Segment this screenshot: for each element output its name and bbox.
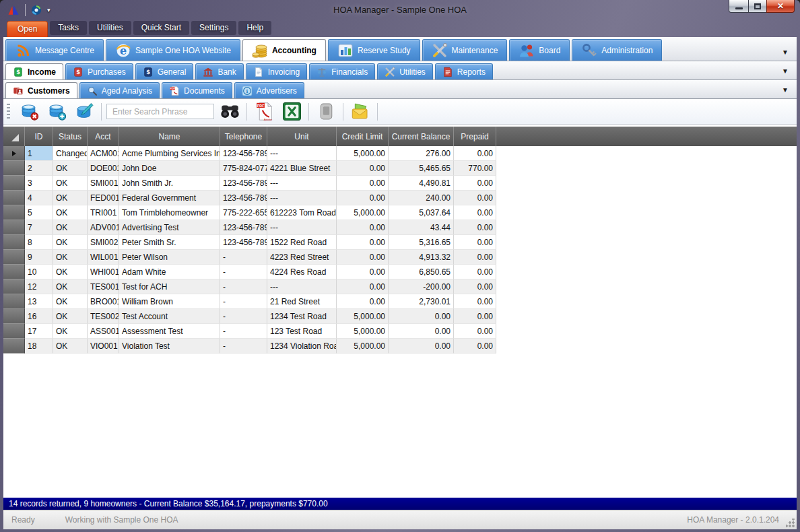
- tab-message-centre[interactable]: Message Centre: [5, 39, 104, 61]
- cell-unit[interactable]: 123 Test Road: [267, 324, 337, 339]
- tab-administration[interactable]: Administration: [572, 39, 662, 61]
- cell-id[interactable]: 5: [25, 205, 53, 220]
- cell-id[interactable]: 9: [25, 250, 53, 265]
- maximize-button[interactable]: [748, 0, 767, 13]
- row-selector[interactable]: [3, 250, 25, 265]
- cell-telephone[interactable]: -: [220, 250, 267, 265]
- tab-sample-one-hoa-website[interactable]: eSample One HOA Website: [106, 39, 240, 61]
- cell-status[interactable]: Changed: [53, 146, 88, 161]
- cell-id[interactable]: 13: [25, 294, 53, 309]
- cell-current-balance[interactable]: 2,730.01: [389, 294, 454, 309]
- cell-acct[interactable]: ACM001: [88, 146, 119, 161]
- cell-current-balance[interactable]: 0.00: [389, 339, 454, 354]
- tab-reports[interactable]: Reports: [435, 63, 493, 79]
- column-header-current-balance[interactable]: Current Balance: [389, 127, 454, 146]
- cell-acct[interactable]: DOE001: [88, 161, 119, 176]
- cell-id[interactable]: 4: [25, 191, 53, 205]
- add-record-button[interactable]: [44, 101, 69, 123]
- cell-acct[interactable]: ADV001: [88, 220, 119, 235]
- cell-acct[interactable]: VIO001: [88, 339, 119, 354]
- row-selector[interactable]: [3, 176, 25, 191]
- cell-acct[interactable]: SMI001: [88, 176, 119, 191]
- cell-current-balance[interactable]: 5,465.65: [389, 161, 454, 176]
- cell-telephone[interactable]: -: [220, 309, 267, 324]
- cell-id[interactable]: 12: [25, 279, 53, 294]
- cell-prepaid[interactable]: 0.00: [454, 294, 496, 309]
- cell-status[interactable]: OK: [53, 265, 88, 279]
- cell-current-balance[interactable]: 276.00: [389, 146, 454, 161]
- cell-telephone[interactable]: 775-222-6555: [220, 205, 267, 220]
- row-selector[interactable]: [3, 220, 25, 235]
- row-selector[interactable]: [3, 324, 25, 339]
- cell-id[interactable]: 2: [25, 161, 53, 176]
- cell-current-balance[interactable]: 0.00: [389, 324, 454, 339]
- cell-acct[interactable]: TRI001: [88, 205, 119, 220]
- cell-status[interactable]: OK: [53, 324, 88, 339]
- export-excel-button[interactable]: [279, 101, 304, 123]
- column-header-telephone[interactable]: Telephone: [220, 127, 267, 146]
- column-header-name[interactable]: Name: [119, 127, 220, 146]
- cell-unit[interactable]: 21 Red Street: [267, 294, 337, 309]
- cell-telephone[interactable]: 123-456-7890: [220, 146, 267, 161]
- ribbon-main-overflow-chevron-icon[interactable]: ▼: [782, 48, 789, 56]
- cell-name[interactable]: John Smith Jr.: [119, 176, 220, 191]
- tab-invoicing[interactable]: Invoicing: [246, 63, 307, 79]
- tab-aged-analysis[interactable]: Aged Analysis: [79, 82, 160, 98]
- cell-prepaid[interactable]: 0.00: [454, 265, 496, 279]
- cell-unit[interactable]: 4223 Red Street: [267, 250, 337, 265]
- cell-acct[interactable]: WHI001: [88, 265, 119, 279]
- cell-name[interactable]: Peter Smith Sr.: [119, 235, 220, 250]
- close-button[interactable]: ✕: [766, 0, 795, 13]
- row-selector[interactable]: [3, 279, 25, 294]
- cell-id[interactable]: 8: [25, 235, 53, 250]
- cell-telephone[interactable]: 123-456-7890: [220, 176, 267, 191]
- cell-status[interactable]: OK: [53, 176, 88, 191]
- cell-status[interactable]: OK: [53, 279, 88, 294]
- column-header-prepaid[interactable]: Prepaid: [454, 127, 496, 146]
- select-all-corner[interactable]: [3, 127, 25, 146]
- toolbar-grip[interactable]: [7, 104, 10, 120]
- cell-prepaid[interactable]: 0.00: [454, 176, 496, 191]
- tab-documents[interactable]: PDFDocuments: [162, 82, 232, 98]
- cell-name[interactable]: Adam White: [119, 265, 220, 279]
- cell-acct[interactable]: ASS001: [88, 324, 119, 339]
- cell-credit-limit[interactable]: 0.00: [337, 235, 389, 250]
- cell-telephone[interactable]: -: [220, 294, 267, 309]
- cell-acct[interactable]: TES001: [88, 279, 119, 294]
- cell-prepaid[interactable]: 0.00: [454, 191, 496, 205]
- cell-unit[interactable]: 612223 Tom Road: [267, 205, 337, 220]
- resize-grip[interactable]: [786, 519, 795, 527]
- menu-item-settings[interactable]: Settings: [191, 21, 236, 35]
- cell-acct[interactable]: BRO001: [88, 294, 119, 309]
- search-input[interactable]: [106, 104, 214, 119]
- cell-unit[interactable]: 1522 Red Road: [267, 235, 337, 250]
- cell-prepaid[interactable]: 0.00: [454, 250, 496, 265]
- cell-id[interactable]: 3: [25, 176, 53, 191]
- cell-unit[interactable]: ---: [267, 191, 337, 205]
- cell-name[interactable]: Federal Government: [119, 191, 220, 205]
- cell-prepaid[interactable]: 770.00: [454, 161, 496, 176]
- cell-prepaid[interactable]: 0.00: [454, 220, 496, 235]
- row-selector[interactable]: [3, 205, 25, 220]
- cell-unit[interactable]: 4221 Blue Street: [267, 161, 337, 176]
- row-selector[interactable]: [3, 235, 25, 250]
- cell-telephone[interactable]: -: [220, 265, 267, 279]
- cell-credit-limit[interactable]: 0.00: [337, 191, 389, 205]
- cell-name[interactable]: Assessment Test: [119, 324, 220, 339]
- cell-credit-limit[interactable]: 5,000.00: [337, 309, 389, 324]
- cell-current-balance[interactable]: 4,490.81: [389, 176, 454, 191]
- ribbon-accounting-overflow-chevron-icon[interactable]: ▼: [782, 67, 789, 75]
- cell-status[interactable]: OK: [53, 309, 88, 324]
- find-button[interactable]: [218, 101, 242, 123]
- column-header-unit[interactable]: Unit: [267, 127, 337, 146]
- cell-status[interactable]: OK: [53, 235, 88, 250]
- tab-advertisers[interactable]: iAdvertisers: [234, 82, 304, 98]
- cell-telephone[interactable]: 123-456-7890: [220, 220, 267, 235]
- cell-current-balance[interactable]: 5,316.65: [389, 235, 454, 250]
- cell-unit[interactable]: ---: [267, 146, 337, 161]
- row-selector[interactable]: [3, 339, 25, 354]
- tab-board[interactable]: Board: [509, 39, 570, 61]
- tab-maintenance[interactable]: Maintenance: [422, 39, 508, 61]
- cell-acct[interactable]: FED001: [88, 191, 119, 205]
- cell-status[interactable]: OK: [53, 161, 88, 176]
